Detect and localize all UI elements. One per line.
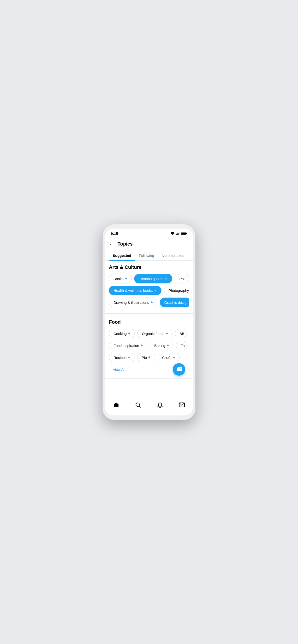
status-icons: [170, 232, 187, 235]
tag-organic-foods[interactable]: Organic foods +: [137, 329, 173, 338]
tag-recipes[interactable]: Recipes +: [109, 353, 135, 362]
tag-painting-label: Pai: [179, 277, 185, 281]
tag-cooking-label: Cooking: [113, 332, 127, 336]
tag-famous-quotes[interactable]: Famous quotes ✓: [134, 274, 172, 284]
tab-suggested[interactable]: Suggested: [109, 250, 135, 260]
tags-row-1: Books + Famous quotes ✓ Pai: [109, 274, 189, 284]
tag-chefs-plus: +: [173, 355, 175, 360]
section-arts-culture: Arts & Culture Books + Famous quotes ✓ P…: [105, 261, 193, 312]
tag-health-wellness-label: Health & wellness books: [113, 288, 153, 292]
nav-home[interactable]: [111, 400, 121, 411]
tag-fa-label: Fa: [181, 344, 185, 348]
tag-pie-label: Pie: [142, 356, 147, 360]
tag-cooking[interactable]: Cooking +: [109, 329, 135, 338]
svg-rect-2: [177, 233, 178, 235]
nav-messages[interactable]: [177, 400, 187, 411]
tag-graphic-design[interactable]: Graphic desig: [160, 298, 189, 307]
svg-rect-3: [178, 233, 179, 235]
svg-rect-4: [179, 232, 180, 235]
svg-point-10: [136, 403, 140, 406]
svg-rect-6: [181, 232, 186, 234]
food-tags-row-1: Cooking + Organic foods + BB: [109, 329, 189, 338]
food-tags-row-2: Food inspiration + Baking + Fa: [109, 341, 189, 350]
content-area: Arts & Culture Books + Famous quotes ✓ P…: [105, 261, 193, 397]
nav-notifications[interactable]: [155, 400, 165, 411]
compose-fab[interactable]: [173, 363, 185, 376]
tag-recipes-plus: +: [128, 355, 130, 360]
svg-rect-7: [186, 233, 187, 234]
tag-food-inspiration-plus: +: [140, 343, 143, 348]
tag-famous-quotes-check: ✓: [165, 277, 168, 280]
tag-bbq-label: BB: [180, 332, 184, 336]
phone-frame: 9:15: [102, 224, 196, 420]
bottom-nav: [105, 397, 193, 415]
status-bar: 9:15: [105, 228, 193, 238]
tag-graphic-design-label: Graphic desig: [164, 300, 187, 304]
tag-painting[interactable]: Pai: [175, 274, 189, 284]
nav-search[interactable]: [133, 400, 143, 411]
tag-photography-label: Photography: [169, 288, 189, 292]
tag-recipes-label: Recipes: [113, 356, 126, 360]
tag-books-label: Books: [113, 277, 123, 281]
svg-line-11: [139, 406, 140, 408]
tag-chefs[interactable]: Chefs +: [158, 353, 180, 362]
food-tags-row-3: Recipes + Pie + Chefs +: [109, 353, 189, 362]
tag-organic-foods-label: Organic foods: [142, 332, 164, 336]
tab-not-interested[interactable]: Not Interested: [158, 250, 188, 260]
tags-row-3: Drawing & illustrations + Graphic desig: [109, 298, 189, 307]
tag-organic-foods-plus: +: [166, 331, 168, 336]
tag-bbq[interactable]: BB: [175, 329, 187, 338]
back-button[interactable]: ←: [109, 240, 116, 248]
status-time: 9:15: [111, 232, 118, 236]
tag-books[interactable]: Books +: [109, 274, 132, 284]
tags-row-2: Health & wellness books ✓ Photography: [109, 286, 189, 295]
page-title: Topics: [117, 241, 133, 247]
svg-rect-1: [176, 234, 177, 235]
battery-icon: [181, 232, 187, 235]
section-title-arts-culture: Arts & Culture: [109, 264, 189, 270]
divider-2: [105, 378, 193, 378]
screen: 9:15: [105, 228, 193, 416]
tag-cooking-plus: +: [128, 331, 130, 336]
compose-icon: [176, 366, 182, 372]
tag-baking-label: Baking: [154, 344, 165, 348]
tag-drawing-label: Drawing & illustrations: [113, 300, 149, 304]
tag-fa[interactable]: Fa: [176, 341, 187, 350]
tag-baking-plus: +: [167, 343, 169, 348]
tag-food-inspiration[interactable]: Food inspiration +: [109, 341, 147, 350]
svg-point-0: [172, 234, 173, 235]
tag-chefs-label: Chefs: [162, 356, 172, 360]
tag-pie-plus: +: [148, 355, 151, 360]
signal-icon: [176, 232, 180, 235]
tab-following[interactable]: Following: [135, 250, 158, 260]
tag-pie[interactable]: Pie +: [137, 353, 155, 362]
header: ← Topics: [105, 238, 193, 250]
wifi-icon: [170, 232, 175, 235]
tag-drawing-illustrations[interactable]: Drawing & illustrations +: [109, 298, 158, 307]
tag-drawing-plus: +: [151, 300, 153, 304]
tag-health-wellness-books[interactable]: Health & wellness books ✓: [109, 286, 162, 295]
tabs-container: Suggested Following Not Interested: [105, 250, 193, 261]
tag-books-plus: +: [125, 276, 127, 281]
tag-baking[interactable]: Baking +: [150, 341, 174, 350]
tag-famous-quotes-label: Famous quotes: [139, 277, 163, 281]
section-title-food: Food: [109, 319, 189, 325]
tag-health-wellness-check: ✓: [154, 289, 157, 292]
tag-food-inspiration-label: Food inspiration: [113, 344, 139, 348]
tag-photography[interactable]: Photography: [164, 286, 189, 295]
